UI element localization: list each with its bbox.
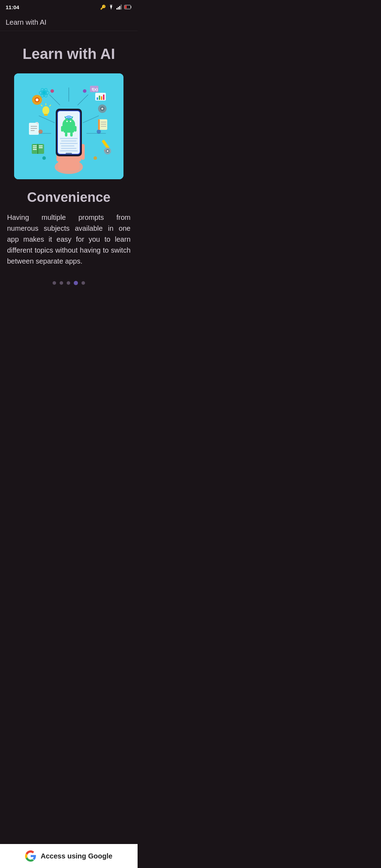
svg-point-77 (50, 89, 54, 93)
wifi-icon (108, 5, 114, 10)
svg-rect-37 (60, 143, 78, 144)
illustration-svg: f(x) (14, 73, 123, 179)
svg-rect-31 (74, 126, 77, 132)
signal-icon (116, 5, 122, 10)
svg-point-79 (38, 129, 43, 134)
dot-3[interactable] (67, 281, 70, 285)
svg-point-27 (66, 121, 68, 122)
svg-rect-33 (70, 132, 73, 137)
dot-4-active[interactable] (74, 281, 78, 285)
svg-point-45 (42, 106, 49, 115)
svg-point-81 (42, 156, 46, 160)
status-time: 11:04 (6, 4, 19, 10)
svg-rect-66 (33, 147, 37, 148)
svg-point-88 (42, 91, 46, 95)
status-icons: 🔑 (100, 5, 132, 10)
svg-rect-46 (44, 114, 48, 116)
svg-rect-52 (99, 96, 100, 100)
svg-rect-68 (39, 145, 43, 146)
svg-point-57 (101, 108, 103, 110)
svg-rect-32 (65, 132, 67, 137)
svg-rect-39 (61, 148, 77, 149)
svg-point-44 (36, 98, 38, 101)
svg-point-78 (83, 89, 86, 93)
illustration-container: f(x) (14, 73, 123, 179)
dots-indicator (53, 281, 85, 285)
svg-rect-1 (118, 7, 119, 10)
status-bar: 11:04 🔑 (0, 0, 138, 14)
svg-rect-67 (33, 149, 37, 150)
lock-icon: 🔑 (100, 5, 106, 10)
svg-rect-51 (97, 97, 98, 100)
svg-rect-54 (103, 95, 104, 100)
svg-rect-30 (61, 126, 64, 132)
main-content: Learn with AI (0, 31, 138, 327)
app-bar-title: Learn with AI (6, 18, 47, 26)
svg-point-74 (107, 150, 109, 152)
svg-rect-65 (33, 145, 37, 146)
dot-5[interactable] (81, 281, 85, 285)
svg-rect-36 (61, 140, 77, 141)
svg-rect-40 (60, 150, 78, 151)
svg-rect-0 (116, 8, 117, 10)
section-title: Convenience (27, 190, 111, 205)
svg-rect-38 (61, 145, 74, 146)
svg-point-34 (68, 119, 69, 120)
svg-rect-24 (65, 119, 73, 126)
svg-rect-35 (60, 138, 78, 139)
svg-rect-84 (98, 119, 100, 130)
dot-1[interactable] (53, 281, 56, 285)
svg-point-28 (70, 121, 71, 122)
svg-rect-41 (66, 153, 72, 154)
svg-rect-29 (64, 126, 74, 133)
description-text: Having multiple prompts from numerous su… (7, 212, 131, 267)
svg-point-80 (97, 129, 101, 134)
hero-title: Learn with AI (23, 45, 115, 63)
dot-2[interactable] (60, 281, 63, 285)
svg-rect-53 (101, 96, 102, 100)
svg-rect-3 (121, 5, 122, 10)
svg-rect-5 (125, 6, 127, 8)
svg-rect-2 (119, 6, 120, 10)
svg-rect-69 (39, 147, 43, 148)
svg-text:f(x): f(x) (92, 87, 98, 91)
app-bar: Learn with AI (0, 14, 138, 31)
svg-point-82 (93, 156, 97, 160)
battery-icon (124, 5, 132, 9)
